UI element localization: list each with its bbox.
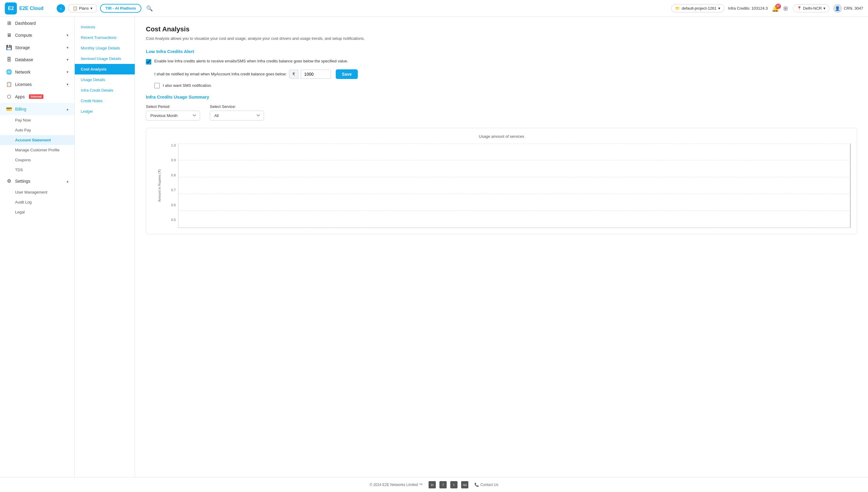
plans-icon: 📋 bbox=[73, 6, 77, 10]
credit-input-label: I shall be notified by email when MyAcco… bbox=[154, 72, 287, 76]
settings-icon: ⚙ bbox=[6, 178, 12, 184]
chevron-up-icon: ▴ bbox=[67, 179, 69, 183]
tir-button[interactable]: TIR - AI Platform bbox=[100, 4, 142, 13]
facebook-icon[interactable]: f bbox=[439, 481, 446, 488]
rupee-symbol: ₹ bbox=[289, 70, 298, 79]
notification-button[interactable]: 🔔 27 bbox=[771, 5, 779, 12]
content-area: Cost Analysis Cost Analysis allows you t… bbox=[135, 17, 868, 477]
chart-plot bbox=[178, 144, 851, 228]
y-label-4: 0.7 bbox=[171, 188, 176, 192]
sidebar-item-billing[interactable]: 💳 Billing ▴ bbox=[0, 103, 74, 115]
nav-item-usage-details[interactable]: Usage Details bbox=[75, 74, 135, 85]
sms-checkbox-row: I also want SMS notification. bbox=[154, 82, 857, 88]
nav-item-cost-analysis[interactable]: Cost Analysis bbox=[75, 64, 135, 74]
gridline-1 bbox=[178, 144, 851, 144]
twitter-icon[interactable]: t bbox=[450, 481, 458, 488]
chart-area: Amount in Rupees (₹) 1.0 0.9 0.8 0.7 0.6… bbox=[152, 144, 851, 228]
user-avatar: 👤 bbox=[833, 4, 842, 13]
credit-input-field[interactable] bbox=[301, 70, 331, 79]
chart-yaxis: 1.0 0.9 0.8 0.7 0.6 0.5 bbox=[167, 144, 178, 228]
nav-item-ledger[interactable]: Ledger bbox=[75, 106, 135, 117]
plans-button[interactable]: 📋 Plans ▾ bbox=[69, 4, 97, 13]
licenses-icon: 📋 bbox=[6, 81, 12, 87]
sidebar-sub-legal[interactable]: Legal bbox=[0, 207, 74, 217]
phone-icon: 📞 bbox=[475, 483, 479, 487]
notification-badge: 27 bbox=[775, 4, 781, 9]
sidebar-item-label: Network bbox=[15, 70, 30, 74]
sidebar-sub-account-statement[interactable]: Account Statement bbox=[0, 135, 74, 145]
section-alert-title: Low Infra Credits Alert bbox=[146, 49, 857, 54]
credits-display: Infra Credits: 103124.3 bbox=[728, 6, 768, 10]
sidebar-sub-manage-customer-profile[interactable]: Manage Customer Profile bbox=[0, 145, 74, 155]
sidebar-item-network[interactable]: 🌐 Network ▾ bbox=[0, 66, 74, 78]
logo-area: E2 E2E Cloud bbox=[5, 2, 53, 15]
user-button[interactable]: 👤 CRN. 3047 bbox=[833, 4, 863, 13]
y-label-1: 1.0 bbox=[171, 144, 176, 147]
sidebar-item-licenses[interactable]: 📋 Licenses ▾ bbox=[0, 78, 74, 91]
sidebar-item-compute[interactable]: 🖥 Compute ▾ bbox=[0, 29, 74, 41]
footer-social: in f t rss bbox=[429, 481, 468, 488]
service-select[interactable]: All Compute Storage Database Network bbox=[210, 110, 264, 121]
sidebar-item-database[interactable]: 🗄 Database ▾ bbox=[0, 54, 74, 66]
chevron-down-icon: ▾ bbox=[67, 70, 69, 74]
apps-grid-button[interactable]: ⊞ bbox=[783, 4, 789, 13]
logo-icon: E2 bbox=[5, 2, 17, 15]
chart-scrollbar bbox=[850, 144, 851, 228]
sidebar-sub-auto-pay[interactable]: Auto Pay bbox=[0, 125, 74, 135]
chevron-down-icon: ▾ bbox=[67, 57, 69, 62]
alert-enable-label: Enable low Infra credits alerts to recei… bbox=[154, 59, 348, 63]
sidebar-item-settings[interactable]: ⚙ Settings ▴ bbox=[0, 175, 74, 187]
y-label-5: 0.6 bbox=[171, 203, 176, 207]
save-button[interactable]: Save bbox=[336, 69, 358, 79]
alert-enable-checkbox[interactable] bbox=[146, 59, 151, 65]
plans-arrow-icon: ▾ bbox=[91, 6, 93, 10]
sidebar-item-apps[interactable]: ⬡ Apps Internal bbox=[0, 91, 74, 103]
nav-item-itemised-usage[interactable]: Itemised Usage Details bbox=[75, 53, 135, 64]
y-label-6: 0.5 bbox=[171, 218, 176, 222]
sidebar-item-label: Billing bbox=[15, 107, 26, 112]
sidebar-item-label: Licenses bbox=[15, 82, 32, 87]
sidebar-sub-tds[interactable]: TDS bbox=[0, 165, 74, 175]
gridline-6 bbox=[178, 227, 851, 227]
y-axis-label: Amount in Rupees (₹) bbox=[158, 169, 162, 202]
linkedin-icon[interactable]: in bbox=[429, 481, 436, 488]
chart-container: Usage amount of services Amount in Rupee… bbox=[146, 128, 857, 234]
topnav: E2 E2E Cloud ‹ 📋 Plans ▾ TIR - AI Platfo… bbox=[0, 0, 868, 17]
region-button[interactable]: 📍 Delhi-NCR ▾ bbox=[793, 4, 829, 13]
nav-item-invoices[interactable]: Invoices bbox=[75, 22, 135, 32]
folder-icon: 📁 bbox=[675, 6, 680, 10]
sidebar-item-label: Dashboard bbox=[15, 21, 36, 26]
service-label: Select Service: bbox=[210, 104, 264, 109]
rss-icon[interactable]: rss bbox=[461, 481, 468, 488]
sidebar-sub-coupons[interactable]: Coupons bbox=[0, 155, 74, 165]
nav-item-monthly-usage[interactable]: Monthly Usage Details bbox=[75, 43, 135, 53]
search-button[interactable]: 🔍 bbox=[145, 4, 154, 13]
gridline-3 bbox=[178, 177, 851, 177]
project-button[interactable]: 📁 default-project-1261 ▾ bbox=[671, 4, 724, 13]
sidebar: ⊞ Dashboard 🖥 Compute ▾ 💾 Storage ▾ 🗄 Da… bbox=[0, 17, 75, 477]
page-title: Cost Analysis bbox=[146, 25, 857, 33]
sidebar-item-label: Compute bbox=[15, 33, 32, 38]
sidebar-item-storage[interactable]: 💾 Storage ▾ bbox=[0, 41, 74, 54]
nav-item-infra-credit[interactable]: Infra Credit Details bbox=[75, 85, 135, 96]
period-select[interactable]: Previous Month Current Month Last 3 Mont… bbox=[146, 110, 200, 121]
contact-us-button[interactable]: 📞 Contact Us bbox=[475, 483, 498, 487]
region-arrow-icon: ▾ bbox=[823, 6, 825, 10]
alert-enable-row: Enable low Infra credits alerts to recei… bbox=[146, 59, 857, 65]
sms-checkbox[interactable] bbox=[154, 83, 160, 88]
credit-input-row: I shall be notified by email when MyAcco… bbox=[154, 69, 857, 79]
location-icon: 📍 bbox=[797, 6, 802, 10]
sidebar-sub-user-management[interactable]: User Management bbox=[0, 187, 74, 197]
sidebar-sub-audit-log[interactable]: Audit Log bbox=[0, 197, 74, 207]
y-label-3: 0.8 bbox=[171, 173, 176, 177]
sidebar-sub-pay-now[interactable]: Pay Now bbox=[0, 115, 74, 125]
nav-item-recent-transactions[interactable]: Recent Transactions bbox=[75, 32, 135, 43]
period-label: Select Period: bbox=[146, 104, 200, 109]
chevron-up-icon: ▴ bbox=[67, 107, 69, 111]
chevron-down-icon: ▾ bbox=[67, 33, 69, 38]
back-button[interactable]: ‹ bbox=[57, 4, 65, 13]
page-description: Cost Analysis allows you to visualize yo… bbox=[146, 35, 857, 42]
nav-item-credit-notes[interactable]: Credit Notes bbox=[75, 96, 135, 106]
sidebar-item-dashboard[interactable]: ⊞ Dashboard bbox=[0, 17, 74, 29]
chart-title: Usage amount of services bbox=[152, 134, 851, 139]
